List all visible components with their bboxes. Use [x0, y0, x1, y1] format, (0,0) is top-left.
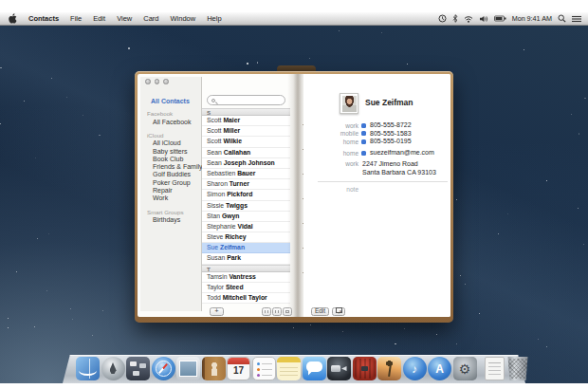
dock-safari-icon[interactable]	[152, 357, 175, 380]
dock-finder-icon[interactable]	[76, 357, 100, 380]
contact-last-name: Zeifman	[220, 244, 245, 250]
volume-status-icon[interactable]	[479, 15, 488, 23]
sidebar-item-book-club[interactable]: Book Club	[153, 156, 202, 163]
sidebar-item-baby-sitters[interactable]: Baby sitters	[153, 148, 202, 156]
dock-trash-icon[interactable]	[506, 357, 530, 380]
contact-fields: work805-555-8722mobile805-555-1583home80…	[303, 121, 448, 194]
contact-row-taylor-steed[interactable]: Taylor Steed	[202, 283, 290, 293]
sidebar-item-work[interactable]: Work	[153, 194, 202, 202]
bluetooth-status-icon[interactable]	[452, 14, 458, 23]
dock-mission-control-icon[interactable]	[126, 357, 150, 380]
share-button[interactable]	[332, 307, 345, 316]
close-button[interactable]	[145, 79, 151, 84]
notification-center-icon[interactable]	[572, 15, 581, 23]
dock-photo-booth-icon[interactable]	[353, 357, 377, 380]
menu-app-name[interactable]: Contacts	[28, 14, 59, 23]
minimize-button[interactable]	[155, 79, 160, 84]
dock-messages-icon[interactable]	[303, 357, 326, 380]
facetime-badge-icon[interactable]	[361, 123, 366, 128]
add-contact-button[interactable]: +	[210, 307, 224, 316]
sidebar-item-all-facebook[interactable]: All Facebook	[153, 119, 202, 126]
clock-status-icon[interactable]	[438, 14, 447, 23]
dock-iphoto-icon[interactable]	[377, 357, 401, 380]
contact-row-stephanie-vidal[interactable]: Stephanie Vidal	[202, 222, 290, 232]
view-columns-button[interactable]	[262, 307, 271, 316]
menu-bar: Contacts FileEditViewCardWindowHelp Mon …	[0, 12, 588, 26]
contact-row-sharon-turner[interactable]: Sharon Turner	[202, 179, 290, 190]
contact-row-sebastien-bauer[interactable]: Sebastien Bauer	[202, 169, 290, 179]
contact-first-name: Todd	[207, 294, 221, 301]
contact-first-name: Sebastien	[207, 170, 235, 176]
contact-row-scott-wilkie[interactable]: Scott Wilkie	[202, 137, 290, 147]
battery-status-icon[interactable]	[494, 15, 506, 22]
contact-row-sue-zeifman[interactable]: Sue Zeifman	[202, 243, 290, 253]
contact-last-name: Vidal	[238, 223, 253, 230]
dock-reminders-icon[interactable]	[252, 357, 276, 380]
sidebar-item-friends-family[interactable]: Friends & Family	[153, 163, 202, 171]
contact-first-name: Sissie	[207, 202, 224, 209]
contact-row-steve-richey[interactable]: Steve Richey	[202, 232, 290, 243]
dock-contacts-icon[interactable]	[202, 357, 226, 380]
dock-itunes-icon[interactable]: ♪	[403, 357, 427, 380]
menu-file[interactable]: File	[70, 14, 82, 23]
app-store-glyph: A	[428, 357, 451, 380]
dock-mail-icon[interactable]	[176, 357, 200, 380]
detail-row-phone-home: home805-555-0195	[303, 138, 448, 146]
sidebar-item-poker-group[interactable]: Poker Group	[153, 179, 202, 187]
dock-app-store-icon[interactable]: A	[428, 357, 451, 380]
menu-card[interactable]: Card	[143, 14, 158, 23]
dock-launchpad-icon[interactable]	[101, 357, 125, 380]
dock-documents-icon[interactable]	[485, 357, 505, 380]
contact-first-name: Scott	[207, 117, 222, 123]
section-letter-t: T	[202, 265, 290, 272]
sidebar-item-birthdays[interactable]: Birthdays	[153, 216, 202, 224]
apple-menu-icon[interactable]	[9, 10, 17, 28]
dock-notes-icon[interactable]	[277, 357, 301, 380]
contact-row-tamsin-vantress[interactable]: Tamsin Vantress	[202, 272, 290, 283]
menu-help[interactable]: Help	[207, 14, 221, 23]
detail-row-phone-work: work805-555-8722	[303, 121, 448, 130]
contact-row-sissie-twiggs[interactable]: Sissie Twiggs	[202, 201, 290, 212]
contact-row-scott-maier[interactable]: Scott Maier	[202, 116, 290, 126]
menu-window[interactable]: Window	[171, 14, 196, 23]
contact-row-simon-pickford[interactable]: Simon Pickford	[202, 190, 290, 200]
zoom-button[interactable]	[163, 79, 169, 84]
sidebar-item-repair[interactable]: Repair	[153, 187, 202, 194]
contact-row-sean-joseph-johnson[interactable]: Sean Joseph Johnson	[202, 158, 290, 169]
note-separator	[318, 181, 448, 182]
contact-first-name: Sue	[207, 244, 218, 250]
detail-row-phone-mobile: mobile805-555-1583	[303, 130, 448, 139]
window-controls	[145, 79, 169, 84]
view-card-button[interactable]	[283, 307, 292, 316]
spotlight-icon[interactable]	[558, 14, 566, 23]
sidebar-item-golf-buddies[interactable]: Golf Buddies	[153, 171, 202, 178]
field-value: 805-555-0195	[370, 138, 412, 146]
contact-photo[interactable]	[340, 93, 358, 114]
dock-facetime-icon[interactable]	[327, 357, 351, 380]
menu-clock[interactable]: Mon 9:41 AM	[512, 14, 552, 23]
sidebar-item-all-icloud[interactable]: All iCloud	[153, 139, 202, 147]
field-value: suezeifman@me.com	[370, 149, 434, 157]
contact-row-stan-gwyn[interactable]: Stan Gwyn	[202, 212, 290, 222]
edit-button[interactable]: Edit	[311, 307, 329, 316]
search-input[interactable]	[207, 95, 285, 105]
dock-calendar-icon[interactable]: 17	[227, 357, 250, 380]
contact-first-name: Tamsin	[207, 273, 228, 280]
contact-row-scott-miller[interactable]: Scott Miller	[202, 126, 290, 137]
contact-row-susan-park[interactable]: Susan Park	[202, 253, 290, 264]
wifi-status-icon[interactable]	[464, 15, 473, 23]
menu-edit[interactable]: Edit	[93, 14, 105, 23]
contact-row-sean-callahan[interactable]: Sean Callahan	[202, 148, 290, 158]
facetime-badge-icon[interactable]	[361, 151, 366, 156]
field-value: 805-555-1583	[370, 130, 412, 139]
dock-system-preferences-icon[interactable]: ⚙	[453, 357, 477, 380]
facetime-badge-icon[interactable]	[361, 139, 366, 144]
menu-view[interactable]: View	[117, 14, 132, 23]
contact-last-name: Gwyn	[222, 213, 240, 219]
contact-row-todd-mitchell-taylor[interactable]: Todd Mitchell Taylor	[202, 293, 290, 304]
view-list-button[interactable]	[272, 307, 282, 316]
facetime-badge-icon[interactable]	[361, 131, 366, 136]
dock: 17♪A⚙	[76, 357, 530, 380]
sidebar-item-all-contacts[interactable]: All Contacts	[151, 98, 202, 104]
contact-last-name: Wilkie	[223, 138, 242, 144]
